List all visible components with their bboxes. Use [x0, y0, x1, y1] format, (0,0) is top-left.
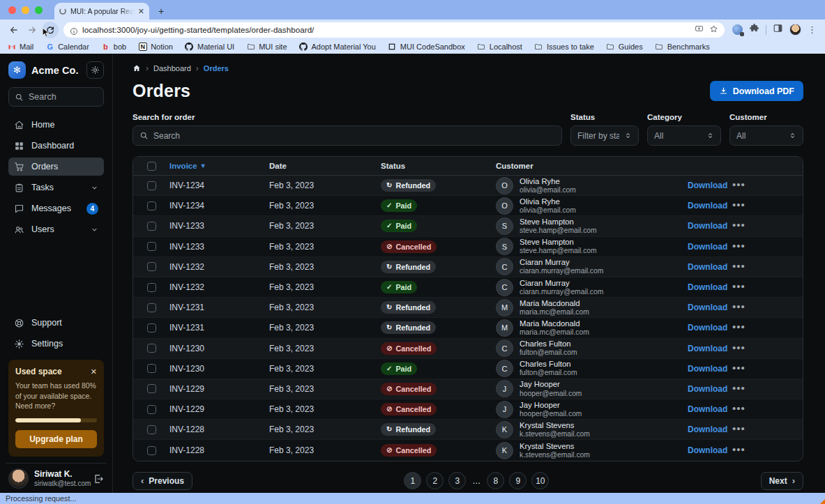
bookmark-item[interactable]: Adopt Material You — [299, 43, 376, 52]
bookmark-item[interactable]: N Notion — [138, 43, 173, 52]
close-icon[interactable]: ✕ — [91, 367, 97, 376]
row-checkbox[interactable] — [147, 303, 156, 312]
download-link[interactable]: Download — [688, 242, 727, 252]
more-actions-icon[interactable]: ••• — [728, 362, 745, 374]
bookmark-item[interactable]: Localhost — [477, 43, 522, 52]
download-pdf-button[interactable]: Download PDF — [710, 81, 803, 101]
browser-tab[interactable]: MUI: A popular React UI fram ✕ — [54, 3, 149, 20]
logout-icon[interactable] — [93, 473, 104, 484]
more-actions-icon[interactable]: ••• — [728, 260, 745, 272]
minimize-window-button[interactable] — [22, 6, 29, 14]
url-bar[interactable]: localhost:3000/joy-ui/getting-started/te… — [63, 22, 725, 38]
page-number-button[interactable]: 2 — [426, 472, 444, 489]
breadcrumb-dashboard[interactable]: Dashboard — [153, 64, 191, 72]
download-link[interactable]: Download — [688, 404, 727, 414]
more-actions-icon[interactable]: ••• — [728, 280, 745, 292]
download-link[interactable]: Download — [688, 425, 727, 434]
column-header-invoice[interactable]: Invoice▼ — [169, 162, 269, 170]
row-checkbox[interactable] — [147, 201, 156, 211]
select-all-checkbox[interactable] — [147, 162, 156, 171]
upgrade-plan-button[interactable]: Upgrade plan — [15, 430, 97, 448]
bookmark-item[interactable]: b bob — [101, 43, 126, 52]
home-icon[interactable] — [133, 64, 141, 72]
sidebar-search-input[interactable]: Search — [8, 87, 104, 107]
more-actions-icon[interactable]: ••• — [728, 402, 745, 414]
more-actions-icon[interactable]: ••• — [728, 199, 745, 211]
more-actions-icon[interactable]: ••• — [728, 240, 745, 252]
sidebar-item-settings[interactable]: Settings — [8, 335, 104, 353]
new-tab-button[interactable]: + — [155, 5, 167, 17]
sidebar-item-home[interactable]: Home — [8, 116, 104, 134]
download-link[interactable]: Download — [688, 181, 727, 190]
download-link[interactable]: Download — [688, 282, 727, 292]
status-filter-select[interactable]: Filter by status — [570, 125, 639, 146]
site-info-icon[interactable] — [70, 26, 78, 34]
back-button[interactable] — [6, 22, 22, 38]
sidebar-item-messages[interactable]: Messages 4 — [8, 199, 104, 217]
download-link[interactable]: Download — [688, 445, 727, 455]
more-actions-icon[interactable]: ••• — [728, 300, 745, 312]
profile-avatar[interactable] — [789, 24, 801, 36]
browser-menu-icon[interactable]: ⋮ — [808, 25, 817, 34]
more-actions-icon[interactable]: ••• — [728, 321, 745, 333]
extensions-puzzle-icon[interactable] — [749, 23, 759, 36]
tab-close-icon[interactable]: ✕ — [138, 8, 144, 15]
download-link[interactable]: Download — [688, 221, 727, 231]
sidebar-item-tasks[interactable]: Tasks — [8, 178, 104, 197]
sidebar-item-support[interactable]: Support — [8, 314, 104, 332]
more-actions-icon[interactable]: ••• — [728, 382, 745, 394]
download-link[interactable]: Download — [688, 344, 727, 353]
bookmark-star-icon[interactable] — [709, 24, 718, 36]
page-number-button[interactable]: 10 — [531, 472, 549, 489]
row-checkbox[interactable] — [147, 262, 156, 271]
row-checkbox[interactable] — [147, 242, 156, 251]
sidebar-item-users[interactable]: Users — [8, 220, 104, 238]
side-panel-icon[interactable] — [773, 23, 783, 36]
bookmark-item[interactable]: Material UI — [185, 43, 234, 52]
row-checkbox[interactable] — [147, 364, 156, 373]
row-checkbox[interactable] — [147, 425, 156, 434]
more-actions-icon[interactable]: ••• — [728, 342, 745, 353]
bookmark-item[interactable]: MUI CodeSandbox — [388, 43, 465, 52]
page-number-button[interactable]: 1 — [404, 472, 421, 489]
next-page-button[interactable]: Next› — [761, 472, 803, 490]
more-actions-icon[interactable]: ••• — [728, 219, 745, 231]
row-checkbox[interactable] — [147, 405, 156, 414]
category-filter-select[interactable]: All — [647, 125, 721, 146]
page-number-button[interactable]: 8 — [487, 472, 504, 489]
install-app-icon[interactable] — [695, 24, 704, 36]
close-window-button[interactable] — [8, 6, 16, 14]
more-actions-icon[interactable]: ••• — [728, 443, 745, 455]
order-search-input[interactable]: Search — [133, 125, 562, 146]
extension-icon[interactable] — [732, 24, 743, 35]
bookmark-item[interactable]: G Calendar — [45, 43, 89, 52]
row-checkbox[interactable] — [147, 222, 156, 231]
row-checkbox[interactable] — [147, 283, 156, 292]
download-link[interactable]: Download — [688, 384, 727, 394]
forward-button[interactable] — [24, 22, 40, 38]
download-link[interactable]: Download — [688, 201, 727, 211]
sidebar-item-orders[interactable]: Orders — [8, 158, 104, 176]
page-number-button[interactable]: 3 — [448, 472, 466, 489]
row-checkbox[interactable] — [147, 446, 156, 455]
row-checkbox[interactable] — [147, 323, 156, 333]
color-scheme-toggle-button[interactable] — [86, 61, 104, 79]
bookmark-item[interactable]: Issues to take — [534, 43, 594, 52]
download-link[interactable]: Download — [688, 323, 727, 333]
row-checkbox[interactable] — [147, 384, 156, 393]
row-checkbox[interactable] — [147, 344, 156, 353]
download-link[interactable]: Download — [688, 303, 727, 312]
more-actions-icon[interactable]: ••• — [728, 178, 745, 190]
download-link[interactable]: Download — [688, 262, 727, 272]
row-checkbox[interactable] — [147, 181, 156, 190]
more-actions-icon[interactable]: ••• — [728, 422, 745, 434]
bookmark-item[interactable]: Benchmarks — [655, 43, 710, 52]
customer-filter-select[interactable]: All — [729, 125, 803, 146]
bookmark-item[interactable]: Guides — [606, 43, 643, 52]
sidebar-item-dashboard[interactable]: Dashboard — [8, 137, 104, 155]
maximize-window-button[interactable] — [35, 6, 43, 14]
previous-page-button[interactable]: ‹Previous — [133, 472, 192, 490]
bookmark-item[interactable]: MUI site — [246, 43, 287, 52]
page-number-button[interactable]: 9 — [509, 472, 527, 489]
bookmark-item[interactable]: Mail — [7, 43, 33, 52]
